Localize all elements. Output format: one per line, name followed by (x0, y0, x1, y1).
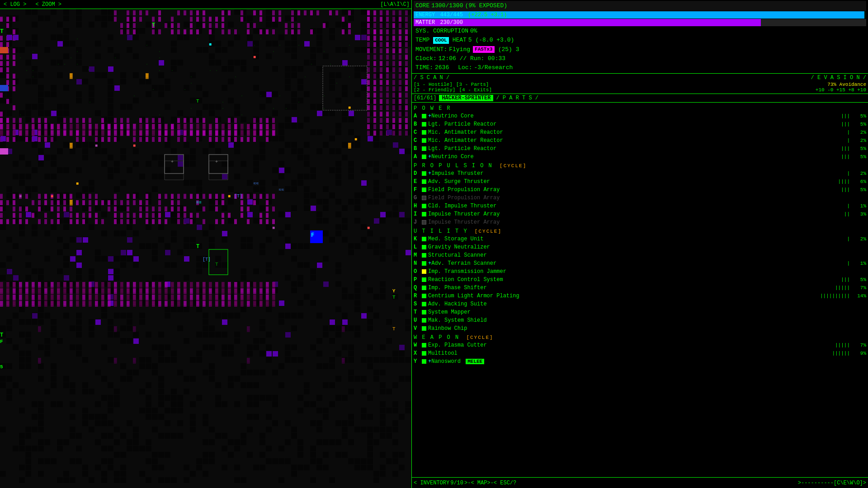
ui-panel: CORE 1300/1300 (9% EXPOSED) ENERGY 443/4… (411, 0, 868, 488)
part-key-r: R (414, 292, 421, 300)
part-bars-d: | (847, 170, 850, 178)
time-value: 2636 (435, 64, 449, 72)
part-row-q[interactable]: QImp. Phase Shifter|||||7% (414, 284, 866, 292)
part-row-x[interactable]: XMultitool||||||9% (414, 349, 866, 357)
part-bars-i: || (844, 211, 850, 218)
part-key-p: P (414, 276, 421, 284)
part-bars-p: ||| (841, 276, 850, 284)
part-name-y: +Nanosword MELEE (428, 357, 848, 366)
part-row-o[interactable]: OImp. Transmission Jammer (414, 267, 866, 276)
part-row-g[interactable]: GField Propulsion Array (414, 194, 866, 202)
part-row-a[interactable]: A+Neutrino Core|||5% (414, 153, 866, 161)
cat-utility: U T I L I T Y [CYCLE] (414, 228, 866, 235)
part-name-o: Imp. Transmission Jammer (428, 267, 848, 276)
map-label[interactable]: >-< MAP (464, 480, 487, 486)
part-row-c[interactable]: CMic. Antimatter Reactor|2% (414, 128, 866, 136)
part-row-b[interactable]: BLgt. Particle Reactor|||5% (414, 120, 866, 128)
part-key-g: G (414, 194, 421, 202)
part-pct-b: 5% (853, 145, 866, 153)
part-indicator-r (422, 294, 426, 298)
part-indicator-b (422, 122, 426, 127)
part-name-a: +Neutrino Core (428, 153, 839, 161)
scan-item4[interactable]: [4 - Exits] (459, 87, 492, 93)
parts-list[interactable]: P O W E R A+Neutrino Core|||5%BLgt. Part… (412, 103, 868, 477)
part-pct-a: 5% (853, 113, 866, 120)
part-name-b: Lgt. Particle Reactor (428, 120, 839, 128)
scan-item2[interactable]: [2 - Friendly] (414, 87, 455, 93)
loc-label: Loc: (458, 64, 472, 72)
part-key-j: J (414, 218, 421, 226)
part-key-d: D (414, 169, 421, 178)
part-indicator-v (422, 326, 426, 331)
part-key-t: T (414, 308, 421, 316)
part-row-k[interactable]: KMed. Storage Unit|2% (414, 235, 866, 243)
part-row-i[interactable]: IImpulse Thruster Array||3% (414, 210, 866, 218)
part-name-h: Cld. Impulse Thruster (428, 202, 845, 210)
matter-bar-container: MATTER 230/300 (414, 19, 866, 26)
part-key-b: B (414, 145, 421, 153)
part-key-u: U (414, 316, 421, 324)
part-row-t[interactable]: TSystem Mapper (414, 308, 866, 316)
part-pct-p: 5% (853, 276, 866, 284)
scan-item3[interactable]: [3 - Parts] (456, 82, 489, 87)
part-row-c[interactable]: CMic. Antimatter Reactor|2% (414, 136, 866, 145)
game-canvas[interactable] (0, 9, 411, 488)
temp-line: TEMP COOL HEAT 5 (-8.0 +3.0) (414, 36, 866, 45)
part-row-v[interactable]: VRainbow Chip (414, 324, 866, 333)
part-row-y[interactable]: Y+Nanosword MELEE (414, 357, 866, 366)
log-label[interactable]: < LOG > (4, 1, 26, 8)
part-row-r[interactable]: RCentrium Light Armor Plating||||||||||1… (414, 292, 866, 300)
part-bars-n: | (847, 260, 850, 267)
part-row-w[interactable]: WExp. Plasma Cutter|||||7% (414, 341, 866, 349)
part-indicator-w (422, 343, 426, 347)
scan-items: [1 - Hostile] [3 - Parts] (414, 82, 640, 87)
movement-label: MOVEMENT: (415, 46, 447, 54)
part-key-h: H (414, 202, 421, 210)
energy-bar-container: ENERGY 443/445 (+22.5 +3.1) (414, 11, 866, 19)
part-indicator-o (422, 269, 426, 274)
temp-label: TEMP (415, 36, 429, 44)
movement-val: (25) 3 (498, 46, 519, 54)
melee-badge: MELEE (466, 359, 484, 364)
scan-item1[interactable]: [1 - Hostile] (414, 82, 453, 87)
part-row-b[interactable]: BLgt. Particle Reactor|||5% (414, 145, 866, 153)
inventory-label[interactable]: < INVENTORY (414, 480, 449, 486)
heat-value: 5 (-8.0 +3.0) (468, 36, 514, 44)
part-row-f[interactable]: FField Propulsion Array|||5% (414, 186, 866, 194)
part-row-e[interactable]: EAdv. Surge Thruster||||6% (414, 178, 866, 186)
part-name-s: Adv. Hacking Suite (428, 300, 848, 308)
part-pct-h: 1% (853, 202, 866, 210)
part-pct-w: 7% (853, 342, 866, 349)
part-indicator-n (422, 261, 426, 266)
part-key-l: L (414, 243, 421, 251)
evasion-section: / E V A S I O N / 73% Avoidance +10 -0 +… (640, 75, 867, 93)
part-row-d[interactable]: D+Impulse Thruster|2% (414, 169, 866, 178)
sys-label: SYS. CORRUPTION (415, 27, 468, 35)
part-row-l[interactable]: LGravity Neutralizer (414, 243, 866, 251)
part-bars-x: |||||| (832, 350, 850, 357)
part-name-w: Exp. Plasma Cutter (428, 341, 833, 349)
part-indicator-k (422, 237, 426, 241)
part-row-j[interactable]: JImpulse Thruster Array (414, 218, 866, 226)
part-indicator-e (422, 179, 426, 184)
part-key-o: O (414, 267, 421, 276)
part-name-q: Imp. Phase Shifter (428, 284, 833, 292)
part-pct-c: 2% (853, 129, 866, 136)
part-key-y: Y (414, 357, 421, 366)
part-bars-b: ||| (841, 121, 850, 128)
bottom-bar: < INVENTORY 9/10 >-< MAP >-< ESC/? >----… (412, 477, 868, 488)
zoom-label[interactable]: < ZOOM > (35, 1, 61, 8)
movement-line: MOVEMENT: Flying FASTx3 (25) 3 (414, 45, 866, 54)
part-name-k: Med. Storage Unit (428, 235, 845, 243)
inventory-count: 9/10 (450, 480, 463, 486)
part-row-m[interactable]: MStructural Scanner (414, 251, 866, 259)
part-row-u[interactable]: UMak. System Shield (414, 316, 866, 324)
part-pct-c: 2% (853, 137, 866, 145)
part-row-p[interactable]: PReaction Control System|||5% (414, 276, 866, 284)
part-row-a[interactable]: A+Neutrino Core|||5% (414, 112, 866, 120)
esc-label[interactable]: >-< ESC/? (487, 480, 516, 486)
part-row-n[interactable]: N+Adv. Terrain Scanner|1% (414, 259, 866, 267)
part-row-s[interactable]: SAdv. Hacking Suite (414, 300, 866, 308)
heat-label: HEAT (453, 36, 467, 44)
part-row-h[interactable]: HCld. Impulse Thruster|1% (414, 202, 866, 210)
